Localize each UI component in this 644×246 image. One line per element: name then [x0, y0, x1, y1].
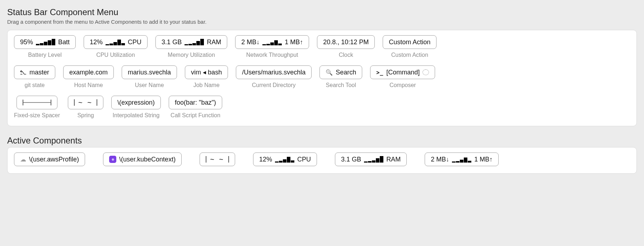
component-label: Search Tool [326, 82, 356, 88]
component-label: CPU Utilization [96, 52, 135, 58]
value-left: 95% [20, 38, 33, 46]
kubernetes-icon [109, 156, 116, 163]
value-left: 2 MB↓ [241, 38, 260, 46]
value-right: 1 MB↑ [474, 156, 493, 163]
component-composer[interactable]: [Command] [370, 65, 435, 79]
search-icon [326, 69, 333, 76]
value-left: 2 MB↓ [431, 156, 449, 163]
value-left: 3.1 GB [162, 38, 182, 46]
component-kube[interactable]: \(user.kubeContext) [103, 152, 182, 166]
value-text: [Command] [386, 69, 420, 76]
component-script[interactable]: foo(bar: "baz") [169, 96, 222, 109]
component-spring[interactable]: ~ ~ [68, 96, 103, 109]
sparkline-icon [452, 156, 471, 163]
component-label: Clock [339, 52, 353, 58]
value-text: foo(bar: "baz") [175, 99, 216, 106]
component-label: Network Throughput [246, 52, 298, 58]
value-text: Custom Action [389, 38, 430, 46]
component-interp[interactable]: \(expression) [111, 96, 161, 109]
terminal-icon [376, 69, 383, 76]
component-label: Call Script Function [171, 112, 220, 119]
component-user[interactable]: marius.svechla [122, 65, 177, 79]
sparkline-icon [185, 39, 204, 45]
component-label: Interpolated String [113, 112, 160, 119]
component-host[interactable]: example.com [63, 65, 114, 79]
component-battery[interactable]: 95%Batt [14, 35, 76, 49]
value-text: Search [336, 69, 356, 76]
spring-icon: ~ ~ [206, 155, 229, 164]
component-label: Memory Utilization [168, 52, 215, 58]
value-text: \(user.awsProfile) [29, 156, 79, 163]
component-cwd[interactable]: /Users/marius.svechla [236, 65, 312, 79]
value-right: Batt [58, 38, 70, 46]
value-right: CPU [128, 38, 141, 46]
value-left: 12% [259, 156, 272, 163]
sparkline-icon [275, 156, 294, 163]
component-label: User Name [135, 82, 164, 88]
component-cpu2[interactable]: 12%CPU [253, 152, 317, 166]
active-title: Active Components [7, 136, 637, 146]
component-net[interactable]: 2 MB↓1 MB↑ [235, 35, 309, 49]
component-job[interactable]: vim ◂ bash [185, 65, 228, 79]
value-text: \(expression) [117, 99, 155, 106]
menu-description: Drag a component from the menu to Active… [7, 19, 637, 25]
component-label: Spring [77, 112, 94, 119]
component-label: Battery Level [28, 52, 61, 58]
component-label: Job Name [193, 82, 220, 88]
component-label: Current Directory [252, 82, 296, 88]
component-aws[interactable]: \(user.awsProfile) [14, 152, 85, 166]
component-git[interactable]: master [14, 65, 55, 79]
component-search[interactable]: Search [319, 65, 362, 79]
sparkline-icon [36, 39, 55, 45]
component-label: git state [24, 82, 45, 88]
value-text: marius.svechla [128, 69, 171, 76]
value-right: 1 MB↑ [285, 38, 303, 46]
value-text: \(user.kubeContext) [119, 156, 176, 163]
active-components-panel: \(user.awsProfile)\(user.kubeContext)~ ~… [7, 147, 637, 174]
component-menu-panel: 95%BattBattery Level12%CPUCPU Utilizatio… [7, 30, 637, 126]
value-right: RAM [207, 38, 221, 46]
value-text: vim ◂ bash [191, 68, 222, 76]
component-clock[interactable]: 20.8., 10:12 PM [317, 35, 375, 49]
value-text: 20.8., 10:12 PM [323, 38, 369, 46]
component-label: Composer [389, 82, 416, 88]
sparkline-icon [106, 39, 125, 45]
component-label: Custom Action [391, 52, 428, 58]
menu-title: Status Bar Component Menu [7, 7, 637, 17]
component-spring2[interactable]: ~ ~ [200, 152, 235, 166]
component-label: Fixed-size Spacer [14, 112, 60, 119]
component-custom[interactable]: Custom Action [383, 35, 437, 49]
spring-icon: ~ ~ [74, 99, 97, 107]
value-right: CPU [297, 156, 311, 163]
component-label: Host Name [74, 82, 103, 88]
component-spacer[interactable] [17, 96, 57, 109]
value-right: RAM [386, 156, 401, 163]
value-left: 3.1 GB [341, 156, 361, 163]
value-left: 12% [90, 38, 103, 46]
component-ram[interactable]: 3.1 GBRAM [155, 35, 227, 49]
speech-bubble-icon [423, 69, 429, 75]
sparkline-icon [364, 156, 383, 163]
branch-icon [20, 69, 27, 76]
cloud-icon [20, 156, 26, 163]
component-ram2[interactable]: 3.1 GBRAM [335, 152, 407, 166]
sparkline-icon [262, 39, 282, 45]
value-text: example.com [69, 69, 108, 76]
component-net2[interactable]: 2 MB↓1 MB↑ [425, 152, 499, 166]
component-cpu[interactable]: 12%CPU [84, 35, 148, 49]
spacer-icon [23, 99, 51, 106]
value-text: /Users/marius.svechla [242, 69, 305, 76]
value-text: master [29, 69, 49, 76]
